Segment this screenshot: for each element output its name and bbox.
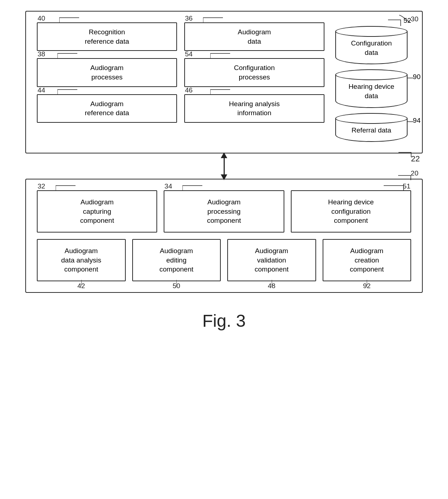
- audiogram-creation-box: 92 Audiogramcreationcomponent: [323, 239, 412, 281]
- ref-44: 44: [38, 86, 45, 95]
- ref-48-line: [272, 280, 273, 287]
- audiogram-editing-box: 50 Audiogrameditingcomponent: [132, 239, 221, 281]
- figure-label: Fig. 3: [202, 311, 246, 331]
- audiogram-processes-box: 38 Audiogramprocesses: [37, 58, 177, 87]
- ref-34: 34: [164, 182, 172, 191]
- hearing-analysis-info-label: Hearing analysisinformation: [229, 100, 280, 117]
- hearing-device-config-box: 51 Hearing deviceconfigurationcomponent: [291, 190, 411, 233]
- ref-36: 36: [185, 14, 193, 23]
- audiogram-processing-label: Audiogramprocessingcomponent: [207, 198, 241, 224]
- ref-38-line: [57, 52, 79, 60]
- ref-92-line: [367, 280, 368, 287]
- audiogram-ref-data-label: Audiogramreference data: [85, 100, 129, 117]
- bottom-row-2: 42 Audiogramdata analysiscomponent 50 Au…: [37, 239, 411, 281]
- ref-50-line: [176, 280, 177, 287]
- hearing-device-data-label: Hearing devicedata: [349, 82, 395, 100]
- hearing-analysis-info-box: 46 Hearing analysisinformation: [184, 94, 324, 123]
- audiogram-processing-box: 34 Audiogramprocessingcomponent: [164, 190, 284, 233]
- ref-52: 52: [404, 17, 411, 25]
- ref-20-line: [398, 174, 413, 181]
- ref-42-line: [81, 280, 92, 287]
- ref-40: 40: [38, 14, 45, 23]
- ref-44-line: [57, 88, 79, 96]
- ref-36-line: [203, 16, 225, 24]
- configuration-processes-box: 54 Configurationprocesses: [184, 58, 324, 87]
- recognition-ref-data-box: 40 Recognitionreference data: [37, 22, 177, 51]
- bottom-system-box: 20 32 Audiogramcapturingcomponent 34 Aud…: [25, 179, 423, 293]
- audiogram-data-label: Audiogramdata: [238, 28, 271, 45]
- configuration-processes-label: Configurationprocesses: [234, 64, 275, 81]
- audiogram-editing-label: Audiogrameditingcomponent: [159, 247, 193, 273]
- audiogram-data-analysis-box: 42 Audiogramdata analysiscomponent: [37, 239, 126, 281]
- ref-34-line: [182, 184, 204, 192]
- ref-38: 38: [38, 49, 45, 59]
- ref-40-line: [59, 16, 81, 24]
- ref-54-line: [210, 52, 232, 60]
- ref-22-line: [399, 151, 413, 158]
- ref-32: 32: [38, 182, 45, 191]
- referral-data-cylinder: 94 Referral data: [335, 113, 408, 142]
- top-system-box: 30 40 Recognitionreference data: [25, 11, 423, 153]
- ref-52-line: [388, 18, 402, 27]
- audiogram-data-box: 36 Audiogramdata: [184, 22, 324, 51]
- ref-30: 30: [411, 15, 418, 23]
- recognition-ref-data-label: Recognitionreference data: [85, 28, 129, 45]
- diagram: 30 40 Recognitionreference data: [25, 11, 423, 331]
- bottom-row-1: 32 Audiogramcapturingcomponent 34 Audiog…: [37, 190, 411, 233]
- audiogram-ref-data-box: 44 Audiogramreference data: [37, 94, 177, 123]
- ref-51-line: [384, 184, 405, 192]
- audiogram-data-analysis-label: Audiogramdata analysiscomponent: [61, 247, 101, 273]
- ref-54: 54: [185, 49, 193, 59]
- audiogram-validation-label: Audiogramvalidationcomponent: [255, 247, 289, 273]
- ref-32-line: [56, 184, 77, 192]
- top-row-2: 38 Audiogramprocesses 54 Configurationpr…: [37, 58, 324, 87]
- hearing-device-data-cylinder: 90 Hearing devicedata: [335, 69, 408, 108]
- config-data-cylinder: 52 Configurationdata: [335, 26, 408, 64]
- audiogram-capturing-label: Audiogramcapturingcomponent: [80, 198, 114, 224]
- audiogram-creation-label: Audiogramcreationcomponent: [350, 247, 384, 273]
- audiogram-validation-box: 48 Audiogramvalidationcomponent: [227, 239, 316, 281]
- top-row-1: 40 Recognitionreference data 36 Audi: [37, 22, 324, 51]
- audiogram-processes-label: Audiogramprocesses: [90, 64, 124, 81]
- audiogram-capturing-box: 32 Audiogramcapturingcomponent: [37, 190, 157, 233]
- top-row-3: 44 Audiogramreference data 46 Hearing an…: [37, 94, 324, 123]
- left-columns: 40 Recognitionreference data 36 Audi: [37, 22, 324, 142]
- config-data-label: Configurationdata: [351, 39, 392, 57]
- top-layout: 40 Recognitionreference data 36 Audi: [37, 22, 411, 142]
- referral-data-label: Referral data: [352, 126, 391, 135]
- bidirectional-arrow: [221, 153, 227, 179]
- ref-46: 46: [185, 86, 193, 95]
- hearing-device-config-label: Hearing deviceconfigurationcomponent: [328, 198, 374, 224]
- cylinders-column: 52 Configurationdata 90: [332, 22, 411, 142]
- ref-46-line: [210, 88, 232, 96]
